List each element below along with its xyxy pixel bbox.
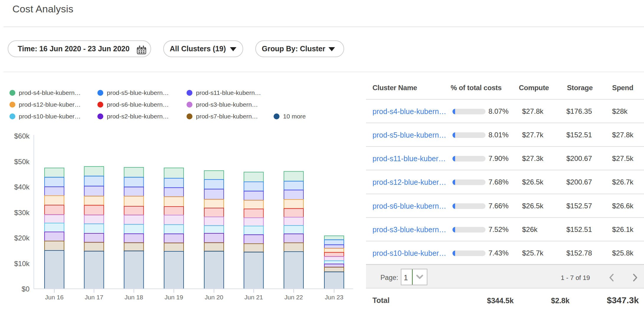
svg-text:Jun 17: Jun 17: [85, 294, 103, 301]
svg-text:$40k: $40k: [14, 183, 30, 191]
svg-text:$20k: $20k: [14, 234, 30, 242]
svg-text:Jun 22: Jun 22: [284, 294, 303, 301]
svg-text:Jun 16: Jun 16: [45, 294, 63, 301]
svg-text:Jun 21: Jun 21: [244, 294, 263, 301]
svg-text:Jun 18: Jun 18: [125, 294, 143, 301]
svg-text:Jun 19: Jun 19: [164, 294, 183, 301]
svg-text:$60k: $60k: [14, 132, 30, 140]
svg-text:$30k: $30k: [14, 209, 30, 217]
svg-text:$50k: $50k: [14, 158, 30, 166]
svg-text:$0: $0: [22, 285, 30, 293]
svg-text:Jun 20: Jun 20: [205, 294, 223, 301]
svg-text:Jun 23: Jun 23: [325, 294, 343, 301]
svg-text:$10k: $10k: [14, 260, 30, 268]
